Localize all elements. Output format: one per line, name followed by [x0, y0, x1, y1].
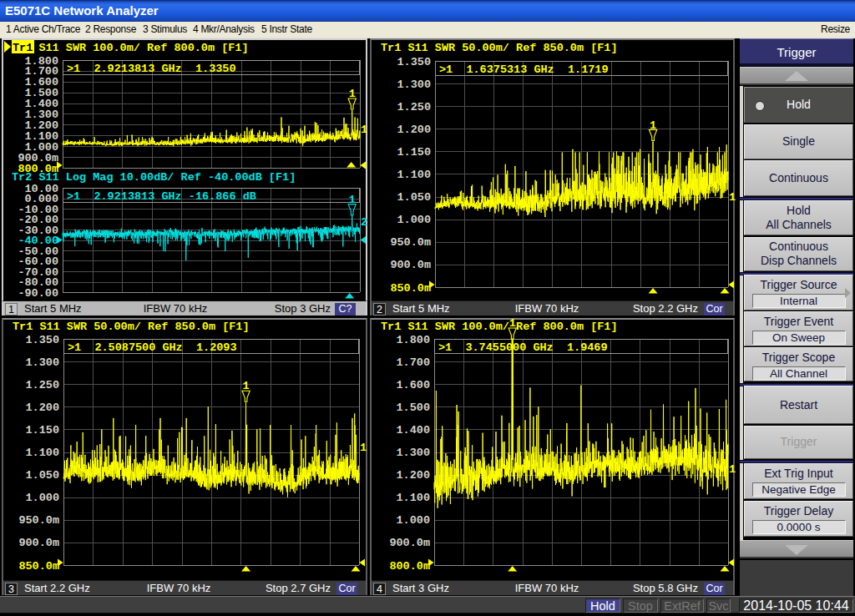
svg-text:1.100: 1.100 [396, 492, 430, 504]
svg-text:1.000: 1.000 [397, 214, 431, 226]
svg-text:1: 1 [729, 191, 736, 204]
svg-text:1: 1 [360, 442, 367, 454]
svg-text:1: 1 [650, 119, 656, 132]
svg-text:850.0m: 850.0m [390, 282, 431, 295]
svg-text:1.100: 1.100 [397, 169, 431, 181]
svg-text:850.0m: 850.0m [18, 560, 59, 573]
svg-text:-90.00: -90.00 [18, 287, 58, 300]
svg-text:>1 1.6375313 GHz 1.1719: >1 1.6375313 GHz 1.1719 [439, 63, 609, 76]
svg-text:1.100: 1.100 [25, 447, 59, 459]
svg-text:1.000: 1.000 [25, 492, 59, 504]
svg-text:900.0m: 900.0m [18, 537, 59, 549]
svg-text:1.300: 1.300 [25, 356, 59, 369]
svg-text:1.700: 1.700 [396, 356, 430, 369]
svg-text:Tr2 S11 Log Mag 10.00dB/ Ref -: Tr2 S11 Log Mag 10.00dB/ Ref -40.00dB [F… [12, 171, 296, 184]
svg-text:1.250: 1.250 [25, 379, 59, 391]
svg-text:Tr1 S11 SWR 50.00m/ Ref 850.0m: Tr1 S11 SWR 50.00m/ Ref 850.0m [F1] [381, 42, 618, 54]
svg-text:>1 2.5087500 GHz 1.2093: >1 2.5087500 GHz 1.2093 [68, 341, 237, 354]
svg-text:1.150: 1.150 [397, 146, 431, 159]
svg-text:1.600: 1.600 [396, 379, 430, 391]
svg-text:Tr1: Tr1 [13, 42, 33, 54]
svg-text:1.200: 1.200 [397, 124, 431, 136]
svg-text:Tr1 S11 SWR 100.0m/ Ref 800.0m: Tr1 S11 SWR 100.0m/ Ref 800.0m [F1] [12, 42, 249, 54]
svg-text:1.050: 1.050 [25, 469, 59, 482]
svg-text:1: 1 [349, 194, 356, 206]
svg-text:>1 3.7455000 GHz 1.9469: >1 3.7455000 GHz 1.9469 [438, 341, 608, 354]
svg-text:1.800: 1.800 [396, 334, 430, 346]
svg-text:1.300: 1.300 [396, 447, 430, 459]
svg-text:1: 1 [349, 88, 356, 100]
svg-text:Tr1 S11 SWR 100.0m/ Ref 800.0m: Tr1 S11 SWR 100.0m/ Ref 800.0m [F1] [381, 321, 618, 333]
svg-text:1.000: 1.000 [396, 514, 430, 527]
svg-text:1.350: 1.350 [25, 334, 59, 346]
svg-text:950.0m: 950.0m [18, 514, 59, 527]
svg-text:1.400: 1.400 [396, 424, 430, 437]
svg-text:1.250: 1.250 [397, 101, 431, 114]
svg-text:Tr1 S11 SWR 50.00m/ Ref 850.0m: Tr1 S11 SWR 50.00m/ Ref 850.0m [F1] [13, 321, 250, 333]
svg-text:1.200: 1.200 [396, 469, 430, 482]
svg-text:2: 2 [361, 216, 367, 229]
svg-text:800.0m: 800.0m [389, 560, 430, 573]
svg-text:>1 2.9213813 GHz -16.866 dB: >1 2.9213813 GHz -16.866 dB [67, 190, 256, 203]
svg-text:1.150: 1.150 [25, 424, 59, 437]
svg-text:1.050: 1.050 [397, 191, 431, 204]
svg-text:950.0m: 950.0m [390, 236, 431, 249]
svg-text:1.300: 1.300 [397, 78, 431, 91]
svg-text:1.350: 1.350 [397, 56, 431, 68]
svg-text:900.0m: 900.0m [390, 259, 431, 271]
svg-text:1: 1 [361, 124, 367, 136]
svg-text:1.200: 1.200 [25, 401, 59, 414]
svg-text:900.0m: 900.0m [389, 537, 430, 549]
svg-text:1: 1 [729, 463, 736, 476]
svg-text:1: 1 [243, 380, 250, 392]
svg-text:>1 2.9213813 GHz 1.3350: >1 2.9213813 GHz 1.3350 [67, 63, 236, 75]
svg-text:1.500: 1.500 [396, 401, 430, 414]
